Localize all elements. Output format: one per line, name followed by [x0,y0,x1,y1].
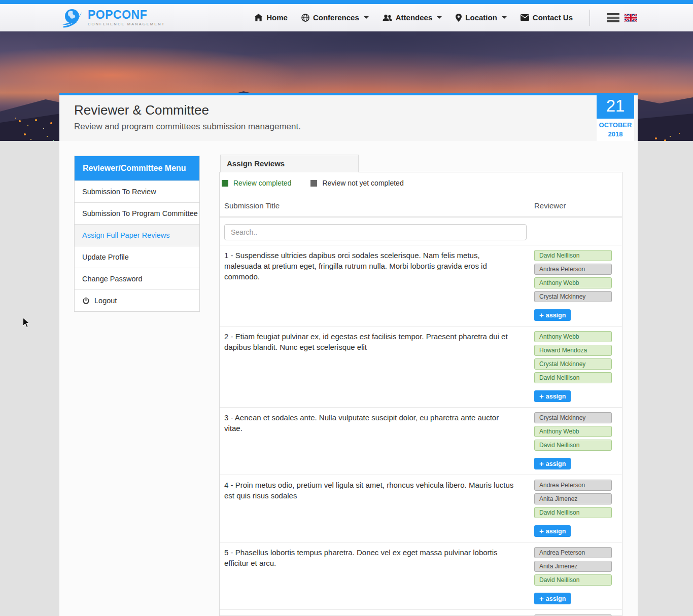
nav-item-contact-us[interactable]: Contact Us [521,13,573,22]
nav-item-location[interactable]: Location [456,13,507,22]
assign-button-label: assign [546,312,566,319]
nav-item-conferences[interactable]: Conferences [301,13,369,22]
search-row [220,218,622,245]
sidebar-item-label: Update Profile [82,253,129,261]
nav-item-label: Conferences [313,13,359,22]
assign-reviews-panel: Review completed Review not yet complete… [219,172,622,616]
sidebar-item-label: Submission To Review [82,188,156,196]
legend-completed-label: Review completed [233,179,291,187]
search-input[interactable] [224,224,527,240]
reviewer-chip[interactable]: Andrea Peterson [534,547,612,558]
assign-button[interactable]: + assign [534,593,571,604]
sidebar-item-label: Submission To Program Committee [82,209,198,218]
assign-button-label: assign [546,528,566,535]
sidebar-item-label: Assign Full Paper Reviews [82,231,169,239]
date-month-year: OCTOBER 2018 [597,119,634,141]
assign-button[interactable]: + assign [534,525,571,537]
brand-logo[interactable]: POPCONF CONFERENCE MANAGEMENT [59,7,165,29]
date-month: OCTOBER [597,121,634,130]
submission-title: 2 - Etiam feugiat pulvinar ex, id egesta… [224,331,527,402]
home-icon [254,14,263,21]
sidebar-item-update-profile[interactable]: Update Profile [75,246,199,268]
sidebar-item-submission-to-review[interactable]: Submission To Review [75,180,199,202]
table-row: 1 - Suspendisse ultricies dapibus orci s… [220,245,622,327]
date-badge: 21 OCTOBER 2018 [597,93,634,141]
chevron-down-icon [502,16,507,19]
legend-completed-swatch [222,180,228,187]
reviewer-chips: Anthony WebbHoward MendozaCrystal Mckinn… [534,331,612,402]
assign-button-label: assign [546,460,566,467]
submissions-list: 1 - Suspendisse ultricies dapibus orci s… [220,245,622,616]
reviewer-chip[interactable]: David Neillison [534,507,612,518]
table-row: 3 - Aenean et sodales ante. Nulla vulput… [220,408,622,475]
reviewer-chip[interactable]: Andrea Peterson [534,264,612,275]
reviewer-chip[interactable]: David Neillison [534,250,612,261]
table-row: 4 - Proin metus odio, pretium vel ligula… [220,475,622,542]
reviewer-chip[interactable]: Howard Mendoza [534,345,612,356]
assign-button[interactable]: + assign [534,458,571,469]
mouse-cursor [22,317,30,328]
reviewer-chip[interactable]: David Neillison [534,574,612,586]
nav-item-attendees[interactable]: Attendees [383,13,442,22]
brand-name: POPCONF [88,9,165,21]
chevron-down-icon [364,16,369,19]
sidebar-item-assign-full-paper-reviews[interactable]: Assign Full Paper Reviews [75,224,199,246]
plus-icon: + [539,527,544,535]
column-header-submission-title: Submission Title [224,201,531,210]
page-header-panel: Reviewer & Committee Review and program … [59,93,638,141]
assign-button[interactable]: + assign [534,309,571,321]
submission-title: 4 - Proin metus odio, pretium vel ligula… [224,480,527,537]
submission-title: 3 - Aenean et sodales ante. Nulla vulput… [224,412,527,469]
reviewer-chip[interactable]: Anita Jimenez [534,493,612,504]
date-year: 2018 [597,130,634,139]
language-flag-grayscale-icon[interactable] [607,13,619,22]
reviewer-chip[interactable]: Andrea Peterson [534,480,612,491]
plus-icon: + [539,392,544,400]
sidebar-item-label: Logout [94,297,117,305]
submission-title: 1 - Suspendisse ultricies dapibus orci s… [224,250,527,321]
table-row: 5 - Phasellus lobortis tempus pharetra. … [220,542,622,610]
plus-icon: + [539,311,544,319]
page-title: Reviewer & Committee [74,102,209,118]
assign-button-label: assign [546,393,566,400]
reviewer-chip[interactable]: Crystal Mckinney [534,412,612,423]
reviewer-chip[interactable]: Crystal Mckinney [534,358,612,370]
map-marker-icon [456,14,462,22]
reviewer-chip[interactable]: Anthony Webb [534,426,612,437]
nav-menu: Home Conferences Attendees Location Cont… [254,10,693,26]
sidebar-item-label: Change Password [82,275,143,283]
tab-assign-reviews[interactable]: Assign Reviews [220,155,359,172]
language-flag-uk-icon[interactable] [625,13,637,22]
date-day: 21 [597,93,634,119]
language-switcher [607,13,637,22]
submission-title: 5 - Phasellus lobortis tempus pharetra. … [224,547,527,604]
globe-icon [301,14,309,22]
nav-item-label: Contact Us [533,13,573,22]
table-header: Submission Title Reviewer [220,201,622,218]
assign-button[interactable]: + assign [534,390,571,402]
nav-item-home[interactable]: Home [254,13,288,22]
sidebar-item-logout[interactable]: Logout [75,289,199,311]
reviewer-chip[interactable]: David Neillison [534,440,612,451]
reviewer-chip[interactable]: Anthony Webb [534,331,612,342]
chevron-down-icon [437,16,442,19]
sidebar-menu: Reviewer/Committee Menu Submission To Re… [74,156,200,312]
legend-pending-label: Review not yet completed [322,179,403,187]
reviewer-chips: Crystal MckinneyAnthony WebbDavid Neilli… [534,412,612,469]
legend-pending-swatch [310,180,317,187]
sidebar-item-submission-to-program-committee[interactable]: Submission To Program Committee [75,202,199,224]
reviewer-chip[interactable]: Anthony Webb [534,277,612,288]
reviewer-chip[interactable]: Crystal Mckinney [534,291,612,302]
page-subtitle: Review and program committees submission… [74,122,301,132]
reviewer-chip[interactable]: Anita Jimenez [534,561,612,572]
sidebar-item-change-password[interactable]: Change Password [75,268,199,289]
top-accent-bar [0,0,693,4]
sidebar-title: Reviewer/Committee Menu [75,156,199,180]
nav-item-label: Location [465,13,497,22]
reviewer-chip[interactable]: David Neillison [534,372,612,383]
nav-divider [590,10,590,26]
table-row: 6 - In commodo ipsum libero, ut efficitu… [220,610,622,616]
reviewer-chips: David NeillisonAndrea PetersonAnthony We… [534,250,612,321]
users-icon [383,14,392,21]
city-lights-decoration [15,118,16,119]
